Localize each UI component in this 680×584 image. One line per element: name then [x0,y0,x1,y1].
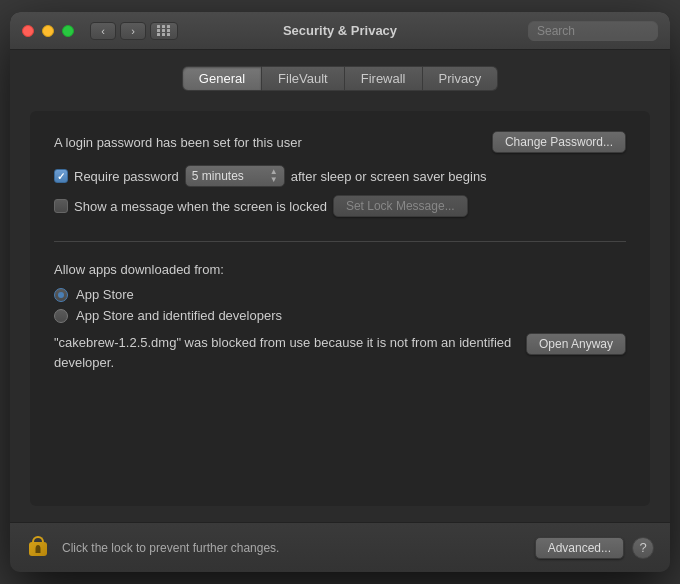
search-input[interactable] [537,24,649,38]
login-text: A login password has been set for this u… [54,135,302,150]
tab-general[interactable]: General [182,66,262,91]
grid-button[interactable] [150,22,178,40]
security-privacy-window: ‹ › Security & Privacy General FileVault [10,12,670,572]
footer: Click the lock to prevent further change… [10,522,670,572]
blocked-text: "cakebrew-1.2.5.dmg" was blocked from us… [54,333,514,372]
search-bar[interactable] [528,21,658,41]
password-timing-dropdown[interactable]: 5 minutes ▲ ▼ [185,165,285,187]
bottom-section: Allow apps downloaded from: App Store Ap… [54,254,626,372]
show-message-checkbox[interactable] [54,199,68,213]
titlebar: ‹ › Security & Privacy [10,12,670,50]
require-password-row: Require password 5 minutes ▲ ▼ after sle… [54,165,626,187]
lock-label: Click the lock to prevent further change… [62,541,523,555]
tab-filevault[interactable]: FileVault [262,66,345,91]
maximize-button[interactable] [62,25,74,37]
blocked-app-row: "cakebrew-1.2.5.dmg" was blocked from us… [54,333,626,372]
nav-buttons: ‹ › [90,22,146,40]
after-sleep-text: after sleep or screen saver begins [291,169,487,184]
lock-icon[interactable] [26,534,50,562]
footer-right: Advanced... ? [535,537,654,559]
advanced-button[interactable]: Advanced... [535,537,624,559]
open-anyway-button[interactable]: Open Anyway [526,333,626,355]
set-lock-message-button[interactable]: Set Lock Message... [333,195,468,217]
tab-firewall[interactable]: Firewall [345,66,423,91]
allow-apps-title: Allow apps downloaded from: [54,262,626,277]
back-button[interactable]: ‹ [90,22,116,40]
login-row: A login password has been set for this u… [54,131,626,153]
radio-app-store-row: App Store [54,287,626,302]
radio-identified-developers[interactable] [54,309,68,323]
show-message-row: Show a message when the screen is locked… [54,195,626,217]
content-area: General FileVault Firewall Privacy A log… [10,50,670,522]
main-area: A login password has been set for this u… [30,111,650,506]
show-message-label: Show a message when the screen is locked [74,199,327,214]
radio-identified-row: App Store and identified developers [54,308,626,323]
close-button[interactable] [22,25,34,37]
forward-button[interactable]: › [120,22,146,40]
radio-identified-label: App Store and identified developers [76,308,282,323]
require-password-label: Require password [74,169,179,184]
change-password-button[interactable]: Change Password... [492,131,626,153]
lock-body-icon [29,542,47,556]
require-password-checkbox[interactable] [54,169,68,183]
dropdown-arrows-icon: ▲ ▼ [270,168,278,184]
lock-keyhole-icon [36,545,41,553]
window-title: Security & Privacy [283,23,397,38]
help-button[interactable]: ? [632,537,654,559]
tab-privacy[interactable]: Privacy [423,66,499,91]
minimize-button[interactable] [42,25,54,37]
top-section: A login password has been set for this u… [54,131,626,242]
tabs: General FileVault Firewall Privacy [30,66,650,91]
traffic-lights [22,25,74,37]
radio-app-store[interactable] [54,288,68,302]
grid-icon [157,25,171,36]
radio-app-store-label: App Store [76,287,134,302]
